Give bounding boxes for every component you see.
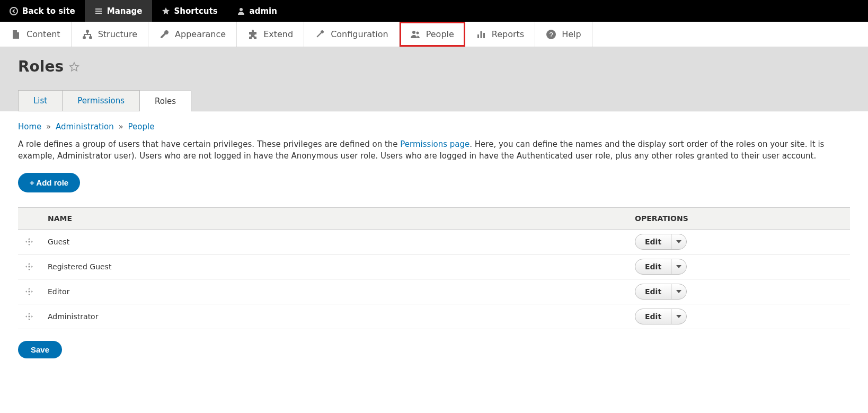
table-row: EditorEdit — [18, 279, 850, 304]
breadcrumb-sep: » — [44, 122, 53, 131]
save-button[interactable]: Save — [18, 341, 62, 358]
favorite-star-icon[interactable] — [69, 61, 79, 72]
table-row: AdministratorEdit — [18, 304, 850, 329]
tab-roles[interactable]: Roles — [139, 91, 191, 111]
document-icon — [11, 29, 21, 40]
desc-pre: A role defines a group of users that hav… — [18, 139, 400, 149]
back-to-site[interactable]: Back to site — [0, 0, 85, 22]
admin-menu-label: Content — [26, 29, 60, 39]
wrench-icon — [159, 29, 170, 40]
permissions-page-link[interactable]: Permissions page — [400, 139, 470, 149]
role-name-cell: Editor — [40, 279, 627, 304]
operations-dropbutton: Edit — [635, 259, 687, 275]
svg-rect-17 — [29, 291, 30, 292]
svg-point-4 — [240, 8, 243, 11]
dropbutton-toggle[interactable] — [671, 284, 686, 299]
question-circle-icon: ? — [546, 29, 556, 40]
role-name-cell: Administrator — [40, 304, 627, 329]
breadcrumb-home[interactable]: Home — [18, 122, 41, 131]
svg-rect-18 — [29, 315, 30, 317]
svg-point-7 — [90, 37, 92, 39]
admin-menu-label: Extend — [263, 29, 293, 39]
back-to-site-label: Back to site — [22, 6, 75, 16]
table-row: Registered GuestEdit — [18, 254, 850, 279]
svg-point-5 — [86, 30, 88, 32]
dropbutton-toggle[interactable] — [671, 259, 686, 274]
dropbutton-toggle[interactable] — [671, 309, 686, 324]
edit-button[interactable]: Edit — [635, 284, 671, 299]
shortcuts-link[interactable]: Shortcuts — [152, 0, 227, 22]
admin-menu-label: Help — [562, 29, 581, 39]
admin-menu-reports[interactable]: Reports — [465, 22, 535, 47]
edit-button[interactable]: Edit — [635, 309, 671, 324]
user-icon — [237, 7, 245, 15]
breadcrumb: Home » Administration » People — [18, 122, 850, 131]
admin-menu-label: Appearance — [175, 29, 226, 39]
drag-handle-icon[interactable] — [25, 288, 33, 295]
chevron-left-circle-icon — [10, 7, 18, 15]
th-name: NAME — [40, 207, 627, 229]
admin-menu-label: People — [426, 29, 454, 39]
svg-rect-15 — [29, 241, 30, 242]
admin-menu-label: Structure — [98, 29, 137, 39]
svg-text:?: ? — [550, 31, 553, 39]
breadcrumb-sep: » — [117, 122, 126, 131]
shortcuts-label: Shortcuts — [174, 6, 218, 16]
operations-dropbutton: Edit — [635, 234, 687, 250]
svg-point-6 — [83, 37, 85, 39]
admin-menu-structure[interactable]: Structure — [72, 22, 148, 47]
add-role-button[interactable]: + Add role — [18, 173, 80, 192]
breadcrumb-admin[interactable]: Administration — [56, 122, 114, 131]
admin-menu-content[interactable]: Content — [0, 22, 72, 47]
svg-rect-12 — [483, 33, 485, 38]
hamburger-icon — [94, 7, 103, 15]
bar-chart-icon — [476, 29, 486, 40]
admin-menu-configuration[interactable]: Configuration — [304, 22, 400, 47]
admin-menu-label: Configuration — [331, 29, 388, 39]
th-drag — [18, 207, 40, 229]
svg-point-0 — [10, 7, 17, 15]
svg-rect-10 — [477, 34, 479, 38]
page-title-text: Roles — [18, 58, 64, 75]
manage-toggle[interactable]: Manage — [85, 0, 152, 22]
admin-menu-people[interactable]: People — [400, 22, 465, 47]
content-area: Home » Administration » People A role de… — [0, 111, 868, 369]
th-operations: OPERATIONS — [627, 207, 850, 229]
top-toolbar: Back to site Manage Shortcuts admin — [0, 0, 868, 22]
page-description: A role defines a group of users that hav… — [18, 139, 850, 162]
manage-label: Manage — [107, 6, 143, 16]
table-row: GuestEdit — [18, 229, 850, 254]
svg-point-9 — [416, 31, 419, 34]
drag-handle-icon[interactable] — [25, 238, 33, 245]
admin-menu-extend[interactable]: Extend — [237, 22, 304, 47]
roles-table: NAME OPERATIONS GuestEditRegistered Gues… — [18, 207, 850, 329]
primary-tabs: List Permissions Roles — [18, 90, 850, 111]
svg-rect-16 — [29, 266, 30, 267]
puzzle-icon — [247, 29, 258, 40]
edit-button[interactable]: Edit — [635, 234, 671, 249]
hierarchy-icon — [82, 29, 93, 40]
edit-button[interactable]: Edit — [635, 259, 671, 274]
breadcrumb-people[interactable]: People — [128, 122, 155, 131]
admin-menu: Content Structure Appearance Extend Conf… — [0, 22, 868, 47]
role-name-cell: Registered Guest — [40, 254, 627, 279]
svg-rect-11 — [480, 31, 482, 38]
admin-menu-appearance[interactable]: Appearance — [148, 22, 237, 47]
svg-point-8 — [412, 31, 415, 34]
page-header-region: Roles List Permissions Roles — [0, 47, 868, 111]
admin-menu-label: Reports — [492, 29, 524, 39]
page-title: Roles — [18, 58, 850, 75]
admin-menu-help[interactable]: ? Help — [535, 22, 592, 47]
user-account[interactable]: admin — [227, 0, 287, 22]
people-icon — [410, 29, 421, 40]
drag-handle-icon[interactable] — [25, 263, 33, 270]
role-name-cell: Guest — [40, 229, 627, 254]
tab-permissions[interactable]: Permissions — [62, 90, 140, 111]
operations-dropbutton: Edit — [635, 309, 687, 324]
dropbutton-toggle[interactable] — [671, 234, 686, 249]
drag-handle-icon[interactable] — [25, 313, 33, 320]
star-icon — [162, 7, 170, 15]
tool-icon — [315, 29, 325, 40]
user-label: admin — [250, 6, 277, 16]
tab-list[interactable]: List — [18, 90, 63, 111]
